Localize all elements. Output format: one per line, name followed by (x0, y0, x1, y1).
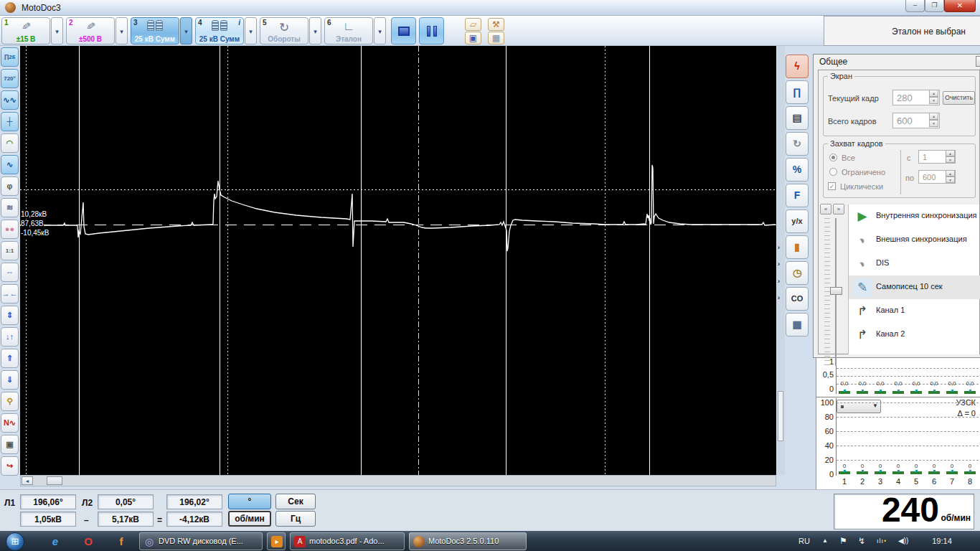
expand-chevron-icon[interactable]: › (778, 244, 780, 251)
channel-3-dropdown[interactable]: ▾ (180, 17, 192, 44)
right-tool-refresh-cycle[interactable]: ↻ (786, 132, 809, 156)
close-button[interactable]: ✕ (944, 0, 976, 12)
left-tool-zoom-magnifier[interactable]: ⚲ (1, 392, 19, 411)
right-tool-injector[interactable]: ▮ (786, 235, 809, 259)
left-tool-pulse-cursor[interactable]: ┼ (1, 112, 19, 131)
slider-thumb[interactable] (830, 287, 842, 295)
settings-wrench-button[interactable]: ⚒ (488, 18, 504, 31)
right-tool-device-block[interactable]: ▦ (786, 313, 809, 336)
left-tool-scale-1-1[interactable]: 1:1 (1, 241, 19, 260)
right-tool-pulse-view[interactable]: ∏ (786, 80, 809, 104)
hz-unit-button[interactable]: Гц (275, 511, 316, 527)
seconds-unit-button[interactable]: Сек (275, 494, 316, 509)
pause-button[interactable] (419, 17, 444, 44)
task-button-motodoc[interactable]: MotoDoc3 2.5.0.110 (409, 532, 527, 550)
power-icon[interactable]: ↯ (858, 531, 865, 551)
capture-all-radio[interactable] (829, 154, 837, 161)
right-tool-clock-timer[interactable]: ◷ (786, 261, 809, 285)
left-tool-shapes-overlay[interactable]: ●● (1, 220, 19, 239)
chart-scale-dropdown[interactable]: ▼ (837, 400, 881, 413)
mode-item-3[interactable]: ✎Самописец 10 сек (849, 276, 980, 299)
x-tick: 5 (909, 477, 923, 486)
save-file-button[interactable]: ▣ (465, 32, 481, 44)
scroll-thumb[interactable] (47, 476, 62, 485)
scope-horizontal-scrollbar[interactable]: ◄ (20, 475, 776, 486)
channel-button-5[interactable]: 5↻Обороты (260, 17, 308, 44)
stop-button[interactable] (391, 17, 416, 44)
total-frames-spinner[interactable]: ▲▼ (929, 113, 938, 127)
channel-2-dropdown[interactable]: ▾ (116, 17, 128, 44)
to-spinner[interactable]: ▲▼ (946, 170, 955, 183)
channel-button-4[interactable]: 4i25 кВ Сумм (195, 17, 244, 44)
expand-chevron-icon[interactable]: › (778, 278, 780, 285)
left-tool-move-up[interactable]: ⇑ (1, 349, 19, 368)
minimize-button[interactable]: – (905, 0, 925, 12)
left-tool-move-down[interactable]: ⇓ (1, 370, 19, 390)
right-tool-report-board[interactable]: ▤ (786, 106, 809, 130)
firefox-icon[interactable]: f (112, 534, 131, 550)
sensitivity-slider[interactable] (824, 218, 843, 366)
from-spinner[interactable]: ▲▼ (946, 150, 955, 163)
volume-icon[interactable]: ◀)) (898, 531, 908, 551)
channel-6-dropdown[interactable]: ▾ (374, 17, 386, 44)
opera-icon[interactable]: O (79, 534, 98, 550)
channel-button-2[interactable]: 2✎±500 В (66, 17, 115, 44)
task-button-dvd[interactable]: ◎DVD RW дисковод (E... (139, 532, 263, 550)
left-tool-phase-phi[interactable]: φ (1, 176, 19, 196)
rpm-unit-button[interactable]: об/мин (228, 511, 271, 527)
right-tool-frequency-f[interactable]: F (786, 184, 809, 207)
action-center-icon[interactable]: ⚑ (839, 531, 847, 551)
mode-item-5[interactable]: ↱Канал 2 (849, 323, 980, 347)
channel-4-dropdown[interactable]: ▾ (245, 17, 257, 44)
open-file-button[interactable]: ▱ (465, 18, 481, 31)
mode-item-1[interactable]: ◗Внешняя синхронизация (849, 228, 980, 252)
nav-next-button[interactable]: » (833, 204, 844, 215)
left-tool-pulse-count-26[interactable]: ∏26 (1, 47, 19, 67)
oscilloscope-display[interactable]: 10,28кВ87,63В-10,45кВ (20, 46, 776, 475)
mode-item-0[interactable]: ▶Внутренняя синхронизация (849, 204, 980, 228)
scroll-left-arrow[interactable]: ◄ (22, 476, 33, 485)
left-tool-green-arc[interactable]: ◠ (1, 133, 19, 153)
left-tool-waveform-small[interactable]: ∿∿ (1, 90, 19, 110)
left-tool-camera-snapshot[interactable]: ▣ (1, 435, 19, 454)
left-tool-export-report[interactable]: ↪ (1, 456, 19, 476)
capture-limited-radio[interactable] (829, 168, 837, 176)
new-report-grid-button[interactable]: ▦ (488, 32, 504, 44)
internet-explorer-icon[interactable]: e (46, 534, 65, 550)
side-scroll-thumb[interactable] (778, 391, 783, 441)
current-frame-spinner[interactable]: ▲▼ (929, 90, 938, 104)
right-tool-spark-ignition[interactable]: ϟ (786, 55, 809, 78)
nav-prev-button[interactable]: « (820, 204, 831, 215)
expand-chevron-icon[interactable]: › (778, 294, 780, 301)
channel-button-6[interactable]: 6∟Эталон (324, 17, 373, 44)
left-tool-waves-overlay[interactable]: ≋ (1, 198, 19, 217)
clear-button[interactable]: Очистить (943, 91, 975, 105)
degrees-unit-button[interactable]: ° (228, 494, 271, 509)
show-hidden-icons[interactable]: ▲ (822, 531, 828, 551)
expand-chevron-icon[interactable]: › (778, 260, 780, 268)
mode-item-4[interactable]: ↱Канал 1 (849, 299, 980, 323)
task-button-pdf[interactable]: Amotodoc3.pdf - Ado... (290, 532, 405, 550)
channel-button-1[interactable]: 1✎±15 В (1, 17, 50, 44)
mode-item-2[interactable]: ◗DIS (849, 252, 980, 276)
language-indicator[interactable]: RU (793, 531, 815, 551)
left-tool-expand-vertical[interactable]: ⇕ (1, 306, 19, 325)
dialog-close-button[interactable]: ✕ (976, 56, 980, 67)
start-button[interactable]: ⊞ (6, 532, 24, 551)
cyclic-checkbox[interactable]: ✓ (828, 182, 836, 190)
left-tool-collapse-horizontal[interactable]: →← (1, 284, 19, 303)
maximize-button[interactable]: ❐ (925, 0, 944, 12)
right-tool-duty-percent[interactable]: % (786, 158, 809, 182)
channel-button-3[interactable]: 325 кВ Сумм (131, 17, 179, 44)
right-tool-co-gas[interactable]: CO (786, 287, 809, 311)
left-tool-collapse-vertical[interactable]: ↓↑ (1, 327, 19, 347)
channel-1-dropdown[interactable]: ▾ (51, 17, 63, 44)
right-tool-ratio-y-x[interactable]: y/x (786, 209, 809, 233)
network-icon[interactable]: ılı• (877, 531, 887, 551)
task-button-player[interactable]: ▸ (267, 532, 286, 550)
left-tool-expand-horizontal[interactable]: ⇔ (1, 263, 19, 282)
left-tool-degrees-720[interactable]: 720° (1, 69, 19, 88)
channel-5-dropdown[interactable]: ▾ (309, 17, 321, 44)
left-tool-sine-wave[interactable]: ∿ (1, 155, 19, 174)
left-tool-normalize-n[interactable]: N∿ (1, 413, 19, 433)
